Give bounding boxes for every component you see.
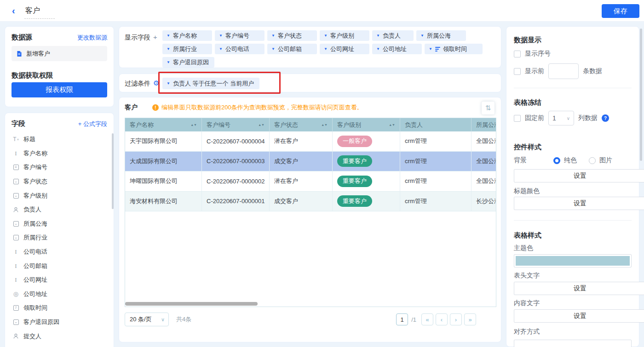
select-icon: ⌄ — [12, 319, 19, 325]
chevron-down-icon[interactable]: ▼ — [324, 47, 328, 51]
chip-label: 客户编号 — [225, 32, 249, 40]
chip-pool[interactable]: ▼所属公海 — [416, 30, 466, 41]
align-control[interactable] — [514, 340, 632, 347]
prev-page-button[interactable]: ‹ — [436, 313, 448, 325]
page-scrollbar[interactable] — [640, 28, 642, 161]
chevron-down-icon[interactable]: ▼ — [324, 34, 328, 38]
field-item-industry[interactable]: ⌄所属行业 — [5, 231, 114, 245]
field-item-title[interactable]: T≡标题 — [5, 132, 114, 147]
current-page-box[interactable]: 1 — [396, 313, 408, 325]
chevron-down-icon[interactable]: ▼ — [219, 34, 223, 38]
column-header-customer-name[interactable]: 客户名称▲▼ — [125, 118, 202, 131]
table-row[interactable]: 坤曜国际有限公司 C-20220607-0000002 潜在客户 重要客户 cr… — [125, 171, 496, 192]
chevron-down-icon[interactable]: ▼ — [429, 47, 432, 51]
sort-arrows-icon[interactable]: ▲▼ — [258, 124, 264, 126]
freeze-count-select[interactable]: 1 ∨ — [548, 111, 574, 125]
chevron-down-icon[interactable]: ▼ — [167, 34, 170, 38]
column-header-customer-code[interactable]: 客户编号▲▼ — [202, 118, 270, 131]
field-item-owner[interactable]: 负责人 — [5, 203, 114, 217]
chevron-down-icon[interactable]: ▼ — [219, 47, 223, 51]
chip-owner[interactable]: ▼负责人 — [372, 30, 414, 41]
cell-owner: crm管理 — [400, 192, 472, 211]
add-display-field-button[interactable]: + — [153, 33, 157, 41]
fields-scrollbar[interactable] — [112, 133, 114, 209]
header-text-set-button[interactable]: 设置 — [514, 282, 644, 295]
freeze-columns-checkbox[interactable] — [514, 115, 521, 122]
page-title[interactable]: 客户 — [25, 6, 40, 16]
horizontal-scrollbar[interactable] — [125, 302, 258, 306]
table-row[interactable]: 海安材料有限公司 C-20220607-0000001 成交客户 重要客户 cr… — [125, 192, 496, 212]
chip-label: 所属行业 — [173, 45, 197, 53]
field-item-customer-level[interactable]: ⌄客户级别 — [5, 188, 114, 203]
field-item-customer-code[interactable]: ≡客户编号 — [5, 160, 114, 175]
column-header-customer-status[interactable]: 客户状态▲▼ — [270, 118, 333, 131]
calendar-icon: 7 — [12, 305, 19, 311]
field-item-submitter[interactable]: 提交人 — [5, 329, 114, 343]
chevron-down-icon[interactable]: ▼ — [271, 47, 275, 51]
add-formula-field-link[interactable]: + 公式字段 — [78, 120, 107, 128]
warning-icon: ! — [152, 104, 159, 111]
chevron-down-icon[interactable]: ▼ — [167, 60, 170, 64]
sort-arrows-icon[interactable]: ▲▼ — [389, 124, 395, 126]
table-row[interactable]: 天宇国际有限公司 C-20220607-0000004 潜在客户 一般客户 cr… — [125, 131, 496, 152]
bg-solid-radio[interactable] — [553, 157, 560, 164]
field-item-website[interactable]: I公司网址 — [5, 273, 114, 287]
chip-website[interactable]: ▼公司网址 — [320, 44, 369, 54]
widget-style-title: 控件样式 — [514, 143, 632, 152]
bg-image-radio[interactable] — [589, 157, 596, 164]
chip-label: 领取时间 — [443, 45, 467, 53]
table-row-selected[interactable]: 大成国际有限公司 C-20220607-0000003 成交客户 重要客户 cr… — [125, 152, 496, 172]
theme-color-picker[interactable] — [514, 254, 632, 267]
chip-return-reason[interactable]: ▼客户退回原因 — [162, 57, 214, 68]
chip-claim-time[interactable]: ▼领取时间 — [425, 44, 483, 54]
chip-customer-name[interactable]: ▼客户名称 — [162, 30, 212, 41]
content-text-set-button[interactable]: 设置 — [514, 309, 644, 323]
column-header-customer-level[interactable]: 客户级别▲▼ — [333, 118, 400, 131]
show-first-count-input[interactable] — [548, 63, 579, 79]
chevron-down-icon[interactable]: ▼ — [167, 81, 170, 85]
column-header-owner[interactable]: 负责人 — [400, 118, 472, 131]
show-first-checkbox[interactable] — [514, 68, 521, 75]
chip-industry[interactable]: ▼所属行业 — [162, 44, 212, 54]
field-item-claim-time[interactable]: 7领取时间 — [5, 301, 114, 315]
title-icon: T≡ — [12, 136, 19, 142]
filter-condition-chip[interactable]: ▼负责人 等于任意一个 当前用户 — [162, 78, 259, 89]
chevron-down-icon[interactable]: ▼ — [420, 34, 424, 38]
change-datasource-link[interactable]: 更改数据源 — [77, 34, 107, 42]
chip-customer-status[interactable]: ▼客户状态 — [267, 30, 317, 41]
gear-icon[interactable]: ⚙ — [153, 79, 159, 87]
last-page-button[interactable]: » — [464, 313, 476, 325]
table-sort-tool-button[interactable]: ⇅ — [482, 102, 494, 114]
field-item-address[interactable]: ◎公司地址 — [5, 287, 114, 301]
chevron-down-icon[interactable]: ▼ — [167, 47, 170, 51]
field-item-return-reason[interactable]: ⌄客户退回原因 — [5, 315, 114, 330]
sort-arrows-icon[interactable]: ▲▼ — [321, 124, 328, 126]
chip-customer-level[interactable]: ▼客户级别 — [320, 30, 369, 41]
page-size-select[interactable]: 20 条/页 ∨ — [125, 313, 169, 326]
chip-phone[interactable]: ▼公司电话 — [215, 44, 264, 54]
chip-email[interactable]: ▼公司邮箱 — [267, 44, 317, 54]
column-header-pool[interactable]: 所属公海 — [472, 118, 496, 131]
background-set-button[interactable]: 设置 — [514, 169, 644, 182]
field-item-phone[interactable]: I公司电话 — [5, 245, 114, 259]
chip-customer-code[interactable]: ▼客户编号 — [215, 30, 264, 41]
sort-arrows-icon[interactable]: ▲▼ — [190, 124, 197, 126]
field-item-pool[interactable]: ⌄所属公海 — [5, 217, 114, 231]
report-permission-button[interactable]: 报表权限 — [12, 82, 107, 97]
back-icon[interactable]: ‹ — [12, 6, 15, 16]
help-icon[interactable]: ? — [602, 114, 609, 122]
chip-address[interactable]: ▼公司地址 — [372, 44, 422, 54]
first-page-button[interactable]: « — [421, 313, 433, 325]
field-item-customer-name[interactable]: I客户名称 — [5, 147, 114, 161]
chevron-down-icon[interactable]: ▼ — [376, 34, 380, 38]
level-badge: 重要客户 — [337, 176, 372, 187]
field-item-customer-status[interactable]: ⌄客户状态 — [5, 175, 114, 189]
show-index-checkbox[interactable] — [514, 51, 521, 57]
field-item-email[interactable]: I公司邮箱 — [5, 259, 114, 273]
chevron-down-icon[interactable]: ▼ — [271, 34, 275, 38]
datasource-item[interactable]: 新增客户 — [12, 46, 107, 61]
save-button[interactable]: 保存 — [602, 4, 639, 18]
chevron-down-icon[interactable]: ▼ — [376, 47, 380, 51]
next-page-button[interactable]: › — [450, 313, 462, 325]
title-color-set-button[interactable]: 设置 — [514, 197, 644, 210]
